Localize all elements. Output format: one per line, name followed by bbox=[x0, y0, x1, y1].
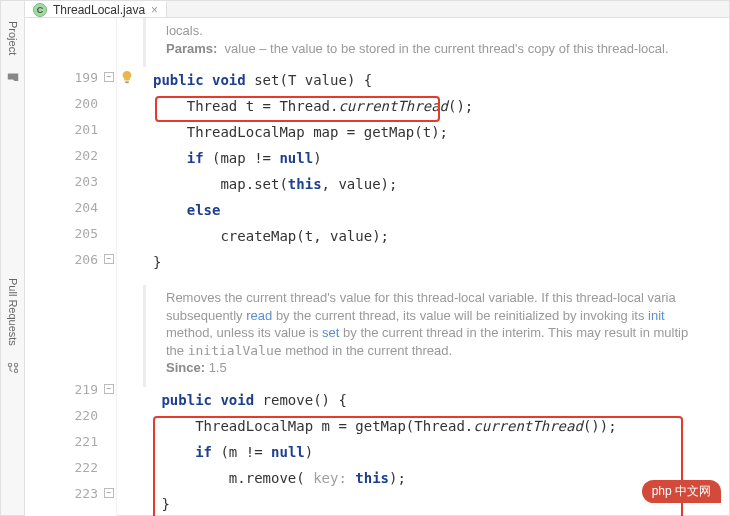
line-number: 222 bbox=[25, 454, 116, 480]
close-icon[interactable]: × bbox=[151, 3, 158, 17]
code-line: ThreadLocalMap m = getMap(Thread.current… bbox=[153, 413, 729, 439]
fold-toggle[interactable]: − bbox=[104, 384, 114, 394]
code-line: createMap(t, value); bbox=[153, 223, 729, 249]
svg-point-1 bbox=[14, 363, 17, 366]
pull-requests-panel-label: Pull Requests bbox=[7, 268, 19, 356]
code-line: } bbox=[153, 249, 729, 275]
javadoc-remove: Removes the current thread's value for t… bbox=[143, 285, 729, 387]
folder-icon bbox=[7, 71, 19, 83]
code-line: else bbox=[153, 197, 729, 223]
fold-toggle[interactable]: − bbox=[104, 488, 114, 498]
line-number: 219− bbox=[25, 376, 116, 402]
line-number: 204 bbox=[25, 194, 116, 220]
fold-toggle[interactable]: − bbox=[104, 72, 114, 82]
svg-point-0 bbox=[14, 369, 17, 372]
line-number: 223− bbox=[25, 480, 116, 506]
line-number: 202 bbox=[25, 142, 116, 168]
project-panel-button[interactable]: Project bbox=[1, 1, 24, 258]
line-number: 201 bbox=[25, 116, 116, 142]
line-number: 220 bbox=[25, 402, 116, 428]
line-number: 199 − bbox=[25, 64, 116, 90]
line-number: 206− bbox=[25, 246, 116, 272]
gutter: 199 − 200 201 202 203 204 205 206− 219− … bbox=[25, 18, 117, 516]
ide-root: Project Pull Requests C ThreadLocal.java… bbox=[0, 0, 730, 516]
code-line: public void remove() { bbox=[153, 387, 729, 413]
line-number: 221 bbox=[25, 428, 116, 454]
pull-request-icon bbox=[7, 362, 19, 374]
watermark-badge: php 中文网 bbox=[642, 480, 721, 503]
line-number: 205 bbox=[25, 220, 116, 246]
javadoc-set: locals. Params: value – the value to be … bbox=[143, 18, 729, 67]
tab-filename: ThreadLocal.java bbox=[53, 3, 145, 17]
main-area: C ThreadLocal.java × 199 − 200 201 202 2… bbox=[25, 1, 729, 515]
code-line: if (m != null) bbox=[153, 439, 729, 465]
tool-window-bar: Project Pull Requests bbox=[1, 1, 25, 515]
line-number: 200 bbox=[25, 90, 116, 116]
code-line: map.set(this, value); bbox=[153, 171, 729, 197]
editor-tabs: C ThreadLocal.java × bbox=[25, 1, 729, 18]
code-line: Thread t = Thread.currentThread(); bbox=[153, 93, 729, 119]
code-line: if (map != null) bbox=[153, 145, 729, 171]
code-line: ThreadLocalMap map = getMap(t); bbox=[153, 119, 729, 145]
pull-requests-panel-button[interactable]: Pull Requests bbox=[1, 258, 24, 515]
tab-threadlocal[interactable]: C ThreadLocal.java × bbox=[25, 1, 167, 17]
code-area[interactable]: locals. Params: value – the value to be … bbox=[117, 18, 729, 516]
java-class-icon: C bbox=[33, 3, 47, 17]
editor[interactable]: 199 − 200 201 202 203 204 205 206− 219− … bbox=[25, 18, 729, 516]
fold-toggle[interactable]: − bbox=[104, 254, 114, 264]
project-panel-label: Project bbox=[7, 11, 19, 65]
code-line: public void set(T value) { bbox=[153, 67, 729, 93]
svg-point-2 bbox=[8, 363, 11, 366]
line-number: 203 bbox=[25, 168, 116, 194]
